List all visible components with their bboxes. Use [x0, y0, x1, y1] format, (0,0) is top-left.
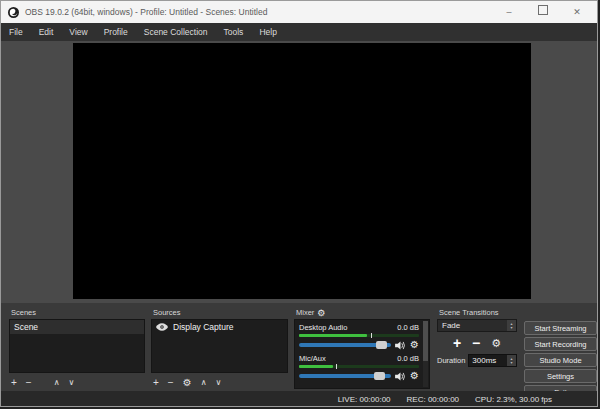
window-controls: – ✕: [499, 1, 587, 23]
volume-meter-tick: [371, 333, 372, 338]
source-up-button[interactable]: ∧: [201, 376, 207, 390]
start-recording-button[interactable]: Start Recording: [524, 337, 597, 351]
title-bar: OBS 19.0.2 (64bit, windows) - Profile: U…: [1, 1, 597, 23]
duration-label: Duration: [437, 356, 465, 365]
scenes-list: Scene: [9, 319, 145, 373]
scenes-toolbar: + − ∧ ∨: [11, 376, 74, 390]
dock-area: Scenes Scene + − ∧ ∨ Sources: [1, 303, 597, 391]
menu-tools[interactable]: Tools: [216, 23, 252, 41]
obs-window: OBS 19.0.2 (64bit, windows) - Profile: U…: [0, 0, 598, 407]
menu-bar: File Edit View Profile Scene Collection …: [1, 23, 597, 41]
mixer-settings-gear-icon[interactable]: ⚙: [317, 308, 325, 318]
mixer-scrollbar[interactable]: [423, 321, 428, 387]
scene-up-button[interactable]: ∧: [54, 376, 60, 390]
cpu-fps-status: CPU: 2.3%, 30.00 fps: [475, 395, 552, 404]
mixer-box: Desktop Audio 0.0 dB: [294, 319, 430, 389]
settings-button[interactable]: Settings: [524, 369, 597, 383]
volume-meter-fill: [299, 334, 367, 337]
channel-db-value: 0.0 dB: [397, 323, 419, 332]
duration-value: 300ms: [469, 356, 507, 365]
channel-name: Desktop Audio: [299, 323, 347, 332]
duration-spinner[interactable]: ▴ ▾: [507, 355, 516, 366]
scene-list-item[interactable]: Scene: [10, 320, 144, 334]
scenes-panel-title: Scenes: [9, 303, 145, 318]
obs-logo-icon: [8, 7, 19, 18]
main-controls: Start Streaming Start Recording Studio M…: [524, 303, 597, 391]
live-time-status: LIVE: 00:00:00: [338, 395, 391, 404]
menu-view[interactable]: View: [61, 23, 95, 41]
maximize-button[interactable]: [533, 1, 553, 23]
add-transition-button[interactable]: +: [453, 334, 461, 352]
remove-scene-button[interactable]: −: [26, 376, 32, 390]
transition-select-spinner[interactable]: ▴ ▾: [507, 320, 516, 331]
duration-spinbox[interactable]: 300ms ▴ ▾: [468, 354, 517, 367]
menu-help[interactable]: Help: [251, 23, 284, 41]
rec-time-status: REC: 00:00:00: [407, 395, 459, 404]
minimize-button[interactable]: –: [499, 1, 519, 23]
sources-panel-title: Sources: [151, 303, 288, 318]
preview-area: [1, 41, 597, 303]
transition-select[interactable]: Fade ▴ ▾: [437, 319, 517, 332]
add-source-button[interactable]: +: [153, 376, 159, 390]
menu-edit[interactable]: Edit: [31, 23, 62, 41]
volume-meter: [299, 365, 419, 368]
transitions-toolbar: + − ⚙: [437, 334, 517, 352]
source-properties-gear-icon[interactable]: ⚙: [183, 376, 192, 390]
preview-canvas[interactable]: [73, 43, 531, 299]
menu-profile[interactable]: Profile: [96, 23, 136, 41]
studio-mode-button[interactable]: Studio Mode: [524, 353, 597, 367]
transitions-panel-title: Scene Transitions: [437, 303, 517, 318]
speaker-mute-icon[interactable]: [395, 341, 406, 350]
channel-db-value: 0.0 dB: [397, 354, 419, 363]
channel-settings-gear-icon[interactable]: ⚙: [410, 340, 419, 350]
scene-transitions-panel: Scene Transitions Fade ▴ ▾ + − ⚙ Duratio…: [437, 303, 517, 391]
scenes-panel: Scenes Scene + − ∧ ∨: [9, 303, 145, 391]
scene-item-label: Scene: [14, 322, 38, 332]
mixer-channel-desktop-audio: Desktop Audio 0.0 dB: [295, 320, 429, 349]
volume-slider[interactable]: [299, 372, 391, 380]
window-title: OBS 19.0.2 (64bit, windows) - Profile: U…: [25, 7, 267, 17]
mixer-scrollbar-thumb[interactable]: [423, 321, 428, 361]
mixer-panel-title: Mixer: [296, 308, 314, 317]
channel-name: Mic/Aux: [299, 354, 326, 363]
mixer-panel: Mixer ⚙ Desktop Audio 0.0 dB: [294, 303, 430, 391]
transition-selected-value: Fade: [438, 321, 507, 330]
speaker-mute-icon[interactable]: [395, 372, 406, 381]
source-down-button[interactable]: ∨: [216, 376, 222, 390]
spinner-down-icon: ▾: [510, 326, 512, 330]
transition-properties-gear-icon[interactable]: ⚙: [491, 338, 501, 348]
menu-scene-collection[interactable]: Scene Collection: [136, 23, 216, 41]
volume-slider-handle[interactable]: [374, 372, 385, 380]
channel-settings-gear-icon[interactable]: ⚙: [410, 371, 419, 381]
visibility-eye-icon[interactable]: [156, 323, 168, 331]
duration-row: Duration 300ms ▴ ▾: [437, 354, 517, 367]
spinner-down-icon: ▾: [510, 361, 512, 365]
status-bar: LIVE: 00:00:00 REC: 00:00:00 CPU: 2.3%, …: [1, 391, 597, 407]
sources-toolbar: + − ⚙ ∧ ∨: [153, 376, 221, 390]
scene-down-button[interactable]: ∨: [69, 376, 75, 390]
close-button[interactable]: ✕: [567, 1, 587, 23]
start-streaming-button[interactable]: Start Streaming: [524, 321, 597, 335]
menu-file[interactable]: File: [1, 23, 31, 41]
remove-transition-button[interactable]: −: [472, 334, 480, 352]
volume-slider-handle[interactable]: [376, 341, 387, 349]
volume-meter: [299, 334, 419, 337]
source-item-label: Display Capture: [173, 322, 233, 332]
volume-slider[interactable]: [299, 341, 391, 349]
mixer-channel-mic-aux: Mic/Aux 0.0 dB: [295, 349, 429, 380]
volume-meter-fill: [299, 365, 333, 368]
remove-source-button[interactable]: −: [168, 376, 174, 390]
sources-panel: Sources Display Capture + − ⚙ ∧ ∨: [151, 303, 288, 391]
maximize-icon: [538, 5, 548, 15]
sources-list: Display Capture: [151, 319, 288, 373]
add-scene-button[interactable]: +: [11, 376, 17, 390]
volume-meter-tick: [336, 364, 337, 369]
source-list-item[interactable]: Display Capture: [152, 320, 287, 334]
